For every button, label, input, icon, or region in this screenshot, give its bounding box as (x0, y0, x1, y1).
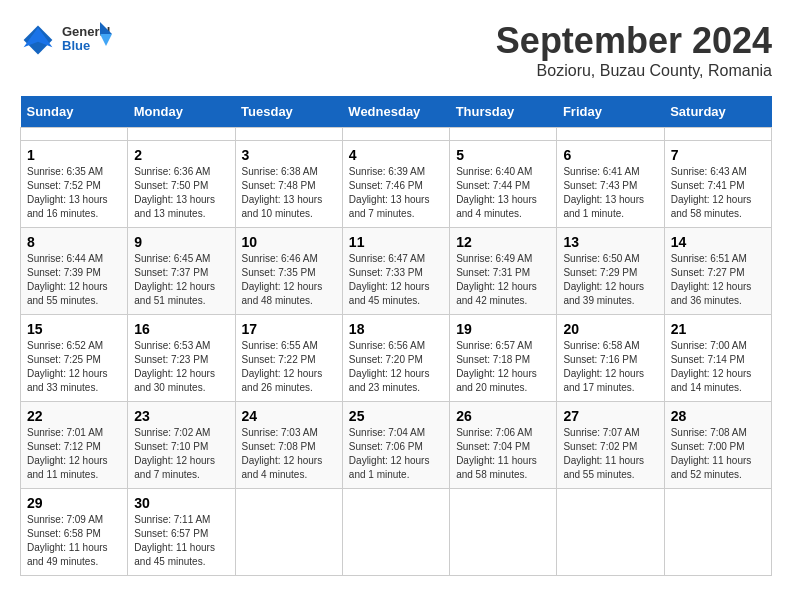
day-info: Sunrise: 7:09 AMSunset: 6:58 PMDaylight:… (27, 513, 121, 569)
calendar-cell (450, 128, 557, 141)
day-number: 14 (671, 234, 765, 250)
calendar-cell: 22Sunrise: 7:01 AMSunset: 7:12 PMDayligh… (21, 402, 128, 489)
day-info: Sunrise: 7:11 AMSunset: 6:57 PMDaylight:… (134, 513, 228, 569)
day-info: Sunrise: 7:01 AMSunset: 7:12 PMDaylight:… (27, 426, 121, 482)
svg-text:Blue: Blue (62, 38, 90, 53)
day-number: 10 (242, 234, 336, 250)
calendar-cell: 6Sunrise: 6:41 AMSunset: 7:43 PMDaylight… (557, 141, 664, 228)
calendar-cell: 21Sunrise: 7:00 AMSunset: 7:14 PMDayligh… (664, 315, 771, 402)
day-info: Sunrise: 6:52 AMSunset: 7:25 PMDaylight:… (27, 339, 121, 395)
day-info: Sunrise: 6:56 AMSunset: 7:20 PMDaylight:… (349, 339, 443, 395)
calendar-cell (342, 489, 449, 576)
calendar-cell: 9Sunrise: 6:45 AMSunset: 7:37 PMDaylight… (128, 228, 235, 315)
calendar-cell (235, 489, 342, 576)
month-title: September 2024 (496, 20, 772, 62)
calendar-cell (342, 128, 449, 141)
day-info: Sunrise: 6:45 AMSunset: 7:37 PMDaylight:… (134, 252, 228, 308)
day-number: 15 (27, 321, 121, 337)
location-subtitle: Bozioru, Buzau County, Romania (496, 62, 772, 80)
day-info: Sunrise: 6:35 AMSunset: 7:52 PMDaylight:… (27, 165, 121, 221)
day-info: Sunrise: 6:36 AMSunset: 7:50 PMDaylight:… (134, 165, 228, 221)
day-number: 5 (456, 147, 550, 163)
calendar-cell: 25Sunrise: 7:04 AMSunset: 7:06 PMDayligh… (342, 402, 449, 489)
day-number: 6 (563, 147, 657, 163)
calendar-week-4: 15Sunrise: 6:52 AMSunset: 7:25 PMDayligh… (21, 315, 772, 402)
calendar-week-6: 29Sunrise: 7:09 AMSunset: 6:58 PMDayligh… (21, 489, 772, 576)
day-number: 22 (27, 408, 121, 424)
calendar-cell: 10Sunrise: 6:46 AMSunset: 7:35 PMDayligh… (235, 228, 342, 315)
day-info: Sunrise: 7:00 AMSunset: 7:14 PMDaylight:… (671, 339, 765, 395)
day-number: 24 (242, 408, 336, 424)
weekday-header-friday: Friday (557, 96, 664, 128)
calendar-cell (664, 489, 771, 576)
calendar-cell: 30Sunrise: 7:11 AMSunset: 6:57 PMDayligh… (128, 489, 235, 576)
calendar-cell: 11Sunrise: 6:47 AMSunset: 7:33 PMDayligh… (342, 228, 449, 315)
day-info: Sunrise: 6:40 AMSunset: 7:44 PMDaylight:… (456, 165, 550, 221)
day-info: Sunrise: 6:43 AMSunset: 7:41 PMDaylight:… (671, 165, 765, 221)
day-number: 1 (27, 147, 121, 163)
calendar-table: SundayMondayTuesdayWednesdayThursdayFrid… (20, 96, 772, 576)
day-number: 27 (563, 408, 657, 424)
weekday-header-tuesday: Tuesday (235, 96, 342, 128)
svg-marker-5 (100, 34, 112, 46)
day-number: 2 (134, 147, 228, 163)
calendar-cell: 15Sunrise: 6:52 AMSunset: 7:25 PMDayligh… (21, 315, 128, 402)
day-info: Sunrise: 6:55 AMSunset: 7:22 PMDaylight:… (242, 339, 336, 395)
day-number: 4 (349, 147, 443, 163)
day-info: Sunrise: 6:46 AMSunset: 7:35 PMDaylight:… (242, 252, 336, 308)
day-number: 19 (456, 321, 550, 337)
calendar-cell: 8Sunrise: 6:44 AMSunset: 7:39 PMDaylight… (21, 228, 128, 315)
day-info: Sunrise: 6:50 AMSunset: 7:29 PMDaylight:… (563, 252, 657, 308)
logo-icon (20, 22, 56, 58)
day-number: 28 (671, 408, 765, 424)
day-info: Sunrise: 6:53 AMSunset: 7:23 PMDaylight:… (134, 339, 228, 395)
calendar-cell: 18Sunrise: 6:56 AMSunset: 7:20 PMDayligh… (342, 315, 449, 402)
day-number: 20 (563, 321, 657, 337)
day-info: Sunrise: 6:38 AMSunset: 7:48 PMDaylight:… (242, 165, 336, 221)
day-info: Sunrise: 7:04 AMSunset: 7:06 PMDaylight:… (349, 426, 443, 482)
day-info: Sunrise: 7:07 AMSunset: 7:02 PMDaylight:… (563, 426, 657, 482)
day-number: 26 (456, 408, 550, 424)
calendar-cell: 19Sunrise: 6:57 AMSunset: 7:18 PMDayligh… (450, 315, 557, 402)
calendar-week-2: 1Sunrise: 6:35 AMSunset: 7:52 PMDaylight… (21, 141, 772, 228)
page-header: General Blue September 2024 Bozioru, Buz… (20, 20, 772, 80)
calendar-cell: 4Sunrise: 6:39 AMSunset: 7:46 PMDaylight… (342, 141, 449, 228)
day-number: 9 (134, 234, 228, 250)
day-info: Sunrise: 6:51 AMSunset: 7:27 PMDaylight:… (671, 252, 765, 308)
calendar-cell: 2Sunrise: 6:36 AMSunset: 7:50 PMDaylight… (128, 141, 235, 228)
calendar-cell: 12Sunrise: 6:49 AMSunset: 7:31 PMDayligh… (450, 228, 557, 315)
calendar-cell (557, 128, 664, 141)
calendar-cell (557, 489, 664, 576)
day-number: 3 (242, 147, 336, 163)
calendar-cell: 7Sunrise: 6:43 AMSunset: 7:41 PMDaylight… (664, 141, 771, 228)
day-info: Sunrise: 7:06 AMSunset: 7:04 PMDaylight:… (456, 426, 550, 482)
weekday-header-thursday: Thursday (450, 96, 557, 128)
calendar-cell: 16Sunrise: 6:53 AMSunset: 7:23 PMDayligh… (128, 315, 235, 402)
day-info: Sunrise: 6:41 AMSunset: 7:43 PMDaylight:… (563, 165, 657, 221)
day-info: Sunrise: 6:44 AMSunset: 7:39 PMDaylight:… (27, 252, 121, 308)
calendar-cell: 28Sunrise: 7:08 AMSunset: 7:00 PMDayligh… (664, 402, 771, 489)
calendar-cell: 27Sunrise: 7:07 AMSunset: 7:02 PMDayligh… (557, 402, 664, 489)
calendar-cell: 24Sunrise: 7:03 AMSunset: 7:08 PMDayligh… (235, 402, 342, 489)
day-number: 30 (134, 495, 228, 511)
day-number: 23 (134, 408, 228, 424)
day-number: 21 (671, 321, 765, 337)
day-number: 12 (456, 234, 550, 250)
calendar-cell: 3Sunrise: 6:38 AMSunset: 7:48 PMDaylight… (235, 141, 342, 228)
day-number: 8 (27, 234, 121, 250)
weekday-header-monday: Monday (128, 96, 235, 128)
logo-graphic: General Blue (62, 20, 112, 60)
weekday-header-sunday: Sunday (21, 96, 128, 128)
day-info: Sunrise: 6:58 AMSunset: 7:16 PMDaylight:… (563, 339, 657, 395)
day-info: Sunrise: 7:03 AMSunset: 7:08 PMDaylight:… (242, 426, 336, 482)
day-number: 16 (134, 321, 228, 337)
calendar-cell (235, 128, 342, 141)
calendar-cell: 1Sunrise: 6:35 AMSunset: 7:52 PMDaylight… (21, 141, 128, 228)
calendar-week-3: 8Sunrise: 6:44 AMSunset: 7:39 PMDaylight… (21, 228, 772, 315)
day-info: Sunrise: 7:02 AMSunset: 7:10 PMDaylight:… (134, 426, 228, 482)
calendar-cell (664, 128, 771, 141)
weekday-header-saturday: Saturday (664, 96, 771, 128)
day-number: 17 (242, 321, 336, 337)
day-info: Sunrise: 6:57 AMSunset: 7:18 PMDaylight:… (456, 339, 550, 395)
day-number: 7 (671, 147, 765, 163)
